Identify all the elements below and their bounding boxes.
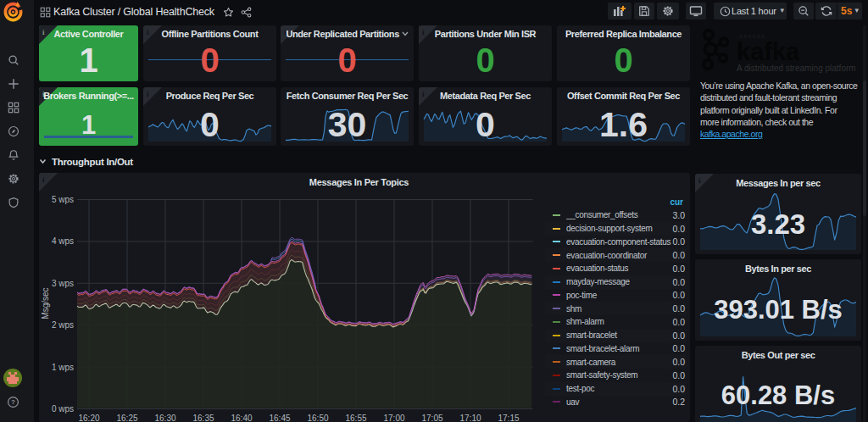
svg-text:16:50: 16:50 — [307, 414, 328, 422]
svg-text:16:30: 16:30 — [154, 414, 175, 422]
svg-text:17:00: 17:00 — [383, 414, 404, 422]
svg-text:3 wps: 3 wps — [52, 279, 74, 288]
svg-text:16:20: 16:20 — [78, 414, 99, 422]
svg-text:17:15: 17:15 — [498, 414, 519, 422]
svg-text:16:45: 16:45 — [269, 414, 290, 422]
svg-text:1 wps: 1 wps — [52, 363, 74, 372]
svg-text:17:10: 17:10 — [459, 414, 481, 422]
svg-text:16:55: 16:55 — [345, 414, 366, 422]
svg-text:Msg/sec: Msg/sec — [41, 287, 50, 319]
svg-text:kafka: kafka — [737, 38, 800, 65]
svg-text:5 wps: 5 wps — [52, 195, 74, 204]
svg-text:2 wps: 2 wps — [52, 320, 74, 330]
svg-text:A distributed streaming platfo: A distributed streaming platform — [737, 64, 856, 73]
svg-text:0 wps: 0 wps — [52, 404, 74, 414]
svg-text:?: ? — [11, 398, 15, 406]
svg-text:16:25: 16:25 — [116, 414, 137, 422]
svg-text:16:40: 16:40 — [231, 414, 252, 422]
svg-text:4 wps: 4 wps — [52, 236, 74, 246]
svg-text:17:05: 17:05 — [421, 414, 442, 422]
svg-text:16:35: 16:35 — [192, 414, 214, 422]
